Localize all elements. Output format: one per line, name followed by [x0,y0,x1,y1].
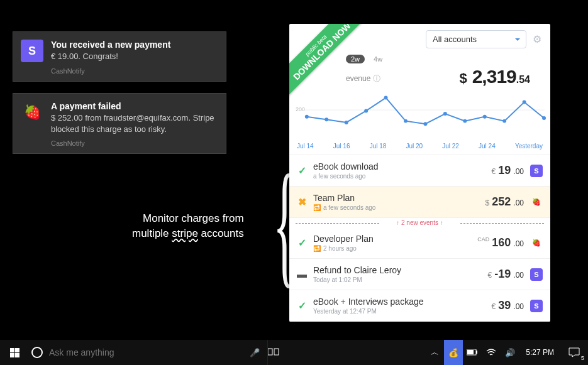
transaction-amount: CAD160.00 [477,236,524,249]
app-tray-icon[interactable]: 💰 [444,340,463,365]
svg-point-8 [423,122,427,126]
svg-point-6 [384,96,388,100]
windows-logo-icon [10,348,19,357]
battery-icon[interactable] [463,340,482,365]
action-center-button[interactable]: 5 [560,340,588,365]
svg-point-7 [404,119,408,123]
info-icon[interactable]: ⓘ [373,74,380,84]
new-events-divider: ↑ 2 new events ↑ [289,218,550,227]
account-badge: 🍓 [530,237,543,249]
svg-rect-15 [268,349,272,355]
account-selector[interactable]: All accounts [426,30,526,48]
transaction-amount: $252.00 [485,195,524,209]
toast-notification[interactable]: S You received a new payment € 19.00. Co… [13,31,226,82]
svg-point-10 [463,119,467,123]
svg-point-11 [483,115,487,119]
transaction-meta: a few seconds ago [313,173,485,180]
marketing-caption: Monitor charges from multiple stripe acc… [132,211,244,241]
currency-symbol: $ [459,70,467,87]
wifi-icon[interactable] [482,340,501,365]
transaction-name: eBook download [313,161,485,172]
notification-body: $ 252.00 from fraudster@equifax.com. Str… [51,112,217,134]
notification-body: € 19.00. Congrats! [51,51,217,62]
svg-point-14 [542,116,546,120]
svg-rect-18 [467,350,474,354]
account-badge: 🍓 [530,196,543,209]
transaction-row[interactable]: ✓Developer Plan🔁 2 hours agoCAD160.00🍓 [289,227,550,259]
transaction-name: Team Plan [313,193,479,203]
search-input[interactable] [49,347,243,357]
status-icon: ✓ [297,300,307,312]
transaction-amount: €-19.00 [488,268,524,281]
revenue-amount: 2,319 [472,66,516,87]
action-center-icon [569,347,580,357]
notification-source: CashNotify [51,67,217,75]
transaction-meta: Yesterday at 12:47 PM [313,308,485,315]
transaction-name: eBook + Interviews package [313,297,485,307]
taskbar-clock[interactable]: 5:27 PM [519,348,560,357]
account-badge: S [530,165,543,177]
status-icon: ✖ [297,196,307,208]
transaction-meta: 🔁 2 hours ago [313,245,471,252]
tray-chevron-icon[interactable]: ︿ [425,340,444,365]
range-2w[interactable]: 2w [346,55,365,63]
svg-rect-19 [476,351,477,354]
account-badge: S [530,268,543,281]
transaction-row[interactable]: ▬Refund to Claire LeroyToday at 1:02 PM€… [289,259,550,290]
account-badge: S [530,300,543,312]
transaction-row[interactable]: ✓eBook + Interviews packageYesterday at … [289,290,550,322]
status-icon: ✓ [297,165,307,177]
svg-point-3 [325,117,328,121]
volume-icon[interactable]: 🔊 [501,340,519,365]
notification-source: CashNotify [51,139,217,147]
range-4w[interactable]: 4w [369,55,387,63]
recurring-icon: 🔁 [313,204,321,211]
transaction-meta: 🔁 a few seconds ago [313,204,479,211]
cortana-search[interactable]: 🎤 [29,340,268,365]
status-icon: ✓ [297,237,307,249]
svg-point-12 [502,119,506,123]
revenue-label: evenue ⓘ [346,74,380,84]
microphone-icon[interactable]: 🎤 [250,348,260,357]
cashnotify-panel: public beta DOWNLOAD NOW All accounts ⚙ … [289,24,550,322]
notification-title: You received a new payment [51,40,217,50]
transaction-row[interactable]: ✖Team Plan🔁 a few seconds ago$252.00🍓 [289,187,550,218]
task-view-button[interactable] [268,347,296,358]
transaction-amount: €19.00 [492,164,524,177]
revenue-chart: 200 [289,92,550,141]
stripe-app-icon: S [21,40,43,62]
windows-taskbar: 🎤 ︿ 💰 🔊 5:27 PM 5 [0,340,588,365]
start-button[interactable] [0,340,29,365]
status-icon: ▬ [297,269,307,280]
svg-rect-16 [274,349,279,355]
svg-point-13 [523,101,526,104]
svg-text:200: 200 [296,106,305,112]
transaction-amount: €39.00 [492,299,524,312]
strawberry-app-icon: 🍓 [21,101,43,124]
task-view-icon [268,347,279,356]
transaction-name: Developer Plan [313,234,471,244]
cortana-icon [31,347,43,358]
transaction-name: Refund to Claire Leroy [313,265,482,275]
svg-point-4 [345,121,348,124]
notification-title: A payment failed [51,101,217,111]
transaction-meta: Today at 1:02 PM [313,276,482,283]
toast-notification[interactable]: 🍓 A payment failed $ 252.00 from fraudst… [13,93,226,154]
svg-point-2 [305,115,309,119]
recurring-icon: 🔁 [313,245,321,252]
transaction-row[interactable]: ✓eBook downloada few seconds ago€19.00S [289,155,550,187]
chart-xaxis: Jul 14Jul 16Jul 18Jul 20Jul 22Jul 24Yest… [289,141,550,155]
revenue-cents: .54 [516,74,530,85]
svg-point-9 [443,112,447,116]
gear-icon[interactable]: ⚙ [533,33,541,45]
svg-point-5 [364,109,368,112]
